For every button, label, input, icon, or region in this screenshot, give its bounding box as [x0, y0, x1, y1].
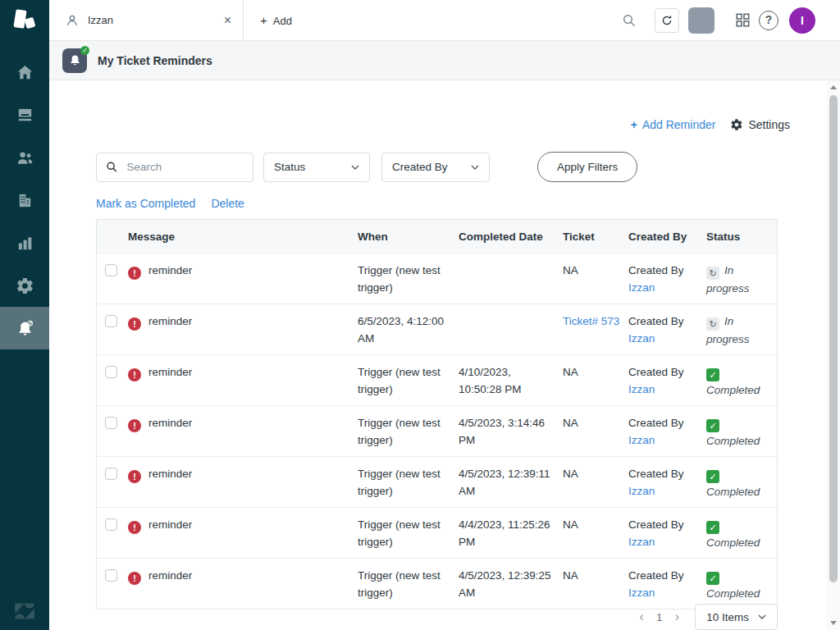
add-tab-button[interactable]: Add — [260, 13, 292, 27]
apply-filters-button[interactable]: Apply Filters — [537, 152, 637, 182]
sidebar-item-reminders-app[interactable] — [0, 307, 49, 349]
chevron-down-icon — [351, 165, 359, 170]
vertical-scrollbar — [827, 80, 840, 630]
when-cell: Trigger (new test trigger) — [358, 559, 459, 609]
add-reminder-button[interactable]: Add Reminder — [631, 118, 716, 131]
reload-button[interactable] — [655, 8, 679, 33]
created-by-user-link[interactable]: Izzan — [628, 330, 706, 347]
check-badge-icon — [80, 46, 89, 55]
settings-button[interactable]: Settings — [730, 118, 790, 131]
reminder-message: reminder — [148, 315, 192, 327]
ticket-tab[interactable]: Izzan × — [49, 0, 244, 41]
created-by-user-link[interactable]: Izzan — [628, 381, 706, 398]
status-icon — [706, 521, 719, 534]
delete-link[interactable]: Delete — [211, 197, 244, 210]
completed-date-cell: 4/5/2023, 12:39:25 AM — [459, 559, 563, 609]
sidebar-item-customers[interactable] — [0, 136, 49, 179]
table-row: reminder Trigger (new test trigger) 4/10… — [97, 354, 777, 405]
home-icon — [16, 63, 34, 82]
created-by-user-link[interactable]: Izzan — [628, 279, 706, 296]
page-size-dropdown[interactable]: 10 Items — [695, 604, 778, 630]
alert-icon — [128, 267, 141, 280]
reminders-table: Message When Completed Date Ticket Creat… — [96, 219, 778, 609]
status-label: Completed — [706, 486, 760, 498]
search-input[interactable] — [126, 160, 244, 174]
row-checkbox[interactable] — [105, 315, 117, 327]
page-title: My Ticket Reminders — [98, 54, 212, 67]
completed-date-cell — [459, 304, 563, 354]
created-by-label: Created By — [628, 567, 706, 584]
next-page-icon[interactable]: › — [675, 609, 680, 625]
toolbar-links: Add Reminder Settings — [631, 118, 790, 131]
sidebar-item-admin[interactable] — [0, 264, 49, 307]
help-icon[interactable] — [759, 11, 778, 30]
sidebar-item-organizations[interactable] — [0, 179, 49, 221]
scrollbar-thumb[interactable] — [829, 95, 838, 582]
mark-as-completed-link[interactable]: Mark as Completed — [96, 197, 195, 210]
header-ticket: Ticket — [563, 231, 628, 243]
completed-date-cell: 4/10/2023, 10:50:28 PM — [459, 355, 563, 405]
tab-label: Izzan — [88, 14, 215, 26]
row-checkbox[interactable] — [105, 366, 117, 378]
gear-icon — [16, 276, 34, 295]
alert-icon — [128, 470, 141, 483]
created-by-filter-dropdown[interactable]: Created By — [381, 153, 490, 182]
sidebar-item-reporting[interactable] — [0, 221, 49, 264]
header-when: When — [358, 231, 459, 243]
prev-page-icon[interactable]: ‹ — [639, 609, 644, 625]
logo-shape — [25, 17, 36, 30]
avatar[interactable]: I — [789, 7, 815, 34]
chevron-down-icon — [471, 165, 479, 170]
reminder-message: reminder — [148, 366, 192, 378]
table-row: reminder Trigger (new test trigger) NA C… — [97, 253, 777, 304]
alert-icon — [128, 419, 141, 432]
search-icon[interactable] — [622, 13, 637, 28]
ticket-cell: NA — [563, 468, 578, 480]
row-checkbox[interactable] — [105, 518, 117, 531]
when-cell: Trigger (new test trigger) — [358, 508, 459, 558]
sidebar-item-home[interactable] — [0, 51, 49, 94]
reminder-message: reminder — [148, 417, 192, 429]
created-by-label: Created By — [628, 414, 706, 431]
status-box[interactable] — [688, 7, 714, 34]
bar-chart-icon — [16, 234, 34, 253]
created-by-user-link[interactable]: Izzan — [628, 482, 706, 500]
sidebar-nav — [0, 51, 49, 349]
when-cell: Trigger (new test trigger) — [358, 253, 459, 304]
created-by-user-link[interactable]: Izzan — [628, 533, 706, 550]
main-content: Add Reminder Settings Status Created By … — [49, 80, 827, 630]
status-label: Completed — [706, 536, 760, 549]
reminder-message: reminder — [148, 569, 192, 582]
chevron-down-icon — [758, 614, 766, 619]
reminder-message: reminder — [148, 264, 192, 276]
scroll-down-icon[interactable] — [830, 621, 837, 625]
status-filter-dropdown[interactable]: Status — [263, 153, 370, 182]
created-by-user-link[interactable]: Izzan — [628, 431, 706, 449]
row-checkbox[interactable] — [105, 264, 117, 276]
close-tab-icon[interactable]: × — [224, 14, 231, 27]
created-by-user-link[interactable]: Izzan — [628, 584, 706, 601]
sidebar-item-views[interactable] — [0, 94, 49, 136]
apps-grid-icon[interactable] — [736, 13, 750, 27]
when-cell: Trigger (new test trigger) — [358, 355, 459, 405]
bulk-actions: Mark as Completed Delete — [96, 197, 244, 210]
when-cell: 6/5/2023, 4:12:00 AM — [358, 304, 459, 354]
zendesk-logo-icon — [0, 0, 49, 41]
row-checkbox[interactable] — [105, 468, 117, 480]
reminder-message: reminder — [148, 518, 192, 531]
table-header-row: Message When Completed Date Ticket Creat… — [97, 220, 777, 253]
created-by-label: Created By — [628, 313, 706, 330]
header-created-by: Created By — [628, 231, 706, 243]
header-message: Message — [128, 231, 358, 243]
status-label: Completed — [706, 384, 760, 396]
scroll-up-icon[interactable] — [830, 85, 837, 89]
topbar-actions: I — [622, 7, 840, 34]
search-field[interactable] — [96, 153, 253, 182]
row-checkbox[interactable] — [105, 417, 117, 429]
header-completed-date: Completed Date — [459, 231, 563, 243]
filter-bar: Status Created By Apply Filters — [96, 152, 637, 182]
current-page[interactable]: 1 — [656, 611, 663, 623]
ticket-link[interactable]: Ticket# 573 — [563, 315, 619, 327]
row-checkbox[interactable] — [105, 569, 117, 582]
when-cell: Trigger (new test trigger) — [358, 457, 459, 507]
